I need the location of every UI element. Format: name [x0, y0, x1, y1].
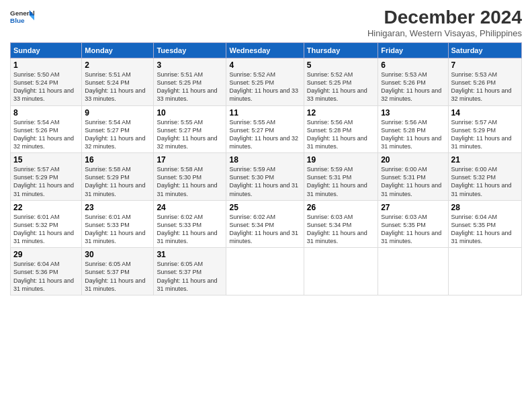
- col-monday: Monday: [82, 43, 154, 58]
- cell-dec25: 25 Sunrise: 6:02 AMSunset: 5:34 PMDaylig…: [226, 200, 304, 248]
- cell-dec16: 16 Sunrise: 5:58 AMSunset: 5:29 PMDaylig…: [82, 153, 154, 201]
- cell-dec21: 21 Sunrise: 6:00 AMSunset: 5:32 PMDaylig…: [448, 153, 521, 201]
- calendar-header-row: Sunday Monday Tuesday Wednesday Thursday…: [11, 43, 522, 58]
- page-container: General Blue December 2024 Hinigaran, We…: [0, 0, 532, 302]
- cell-dec23: 23 Sunrise: 6:01 AMSunset: 5:33 PMDaylig…: [82, 200, 154, 248]
- cell-dec26: 26 Sunrise: 6:03 AMSunset: 5:34 PMDaylig…: [304, 200, 378, 248]
- subtitle: Hinigaran, Western Visayas, Philippines: [367, 28, 522, 38]
- cell-dec6: 6 Sunrise: 5:53 AMSunset: 5:26 PMDayligh…: [378, 58, 448, 106]
- cell-dec1: 1 Sunrise: 5:50 AMSunset: 5:24 PMDayligh…: [11, 58, 82, 106]
- table-row: 8 Sunrise: 5:54 AMSunset: 5:26 PMDayligh…: [11, 105, 522, 153]
- logo-icon: General Blue: [10, 7, 34, 26]
- cell-dec19: 19 Sunrise: 5:59 AMSunset: 5:31 PMDaylig…: [304, 153, 378, 201]
- cell-dec7: 7 Sunrise: 5:53 AMSunset: 5:26 PMDayligh…: [448, 58, 521, 106]
- table-row: 15 Sunrise: 5:57 AMSunset: 5:29 PMDaylig…: [11, 153, 522, 201]
- col-friday: Friday: [378, 43, 448, 58]
- cell-dec30: 30 Sunrise: 6:05 AMSunset: 5:37 PMDaylig…: [82, 248, 154, 295]
- cell-empty-4: [448, 248, 521, 295]
- table-row: 22 Sunrise: 6:01 AMSunset: 5:32 PMDaylig…: [11, 200, 522, 248]
- cell-dec3: 3 Sunrise: 5:51 AMSunset: 5:25 PMDayligh…: [154, 58, 226, 106]
- col-saturday: Saturday: [448, 43, 521, 58]
- cell-dec8: 8 Sunrise: 5:54 AMSunset: 5:26 PMDayligh…: [11, 105, 82, 153]
- col-wednesday: Wednesday: [226, 43, 304, 58]
- calendar-table: Sunday Monday Tuesday Wednesday Thursday…: [10, 42, 522, 295]
- cell-dec17: 17 Sunrise: 5:58 AMSunset: 5:30 PMDaylig…: [154, 153, 226, 201]
- table-row: 29 Sunrise: 6:04 AMSunset: 5:36 PMDaylig…: [11, 248, 522, 295]
- cell-dec22: 22 Sunrise: 6:01 AMSunset: 5:32 PMDaylig…: [11, 200, 82, 248]
- cell-dec20: 20 Sunrise: 6:00 AMSunset: 5:31 PMDaylig…: [378, 153, 448, 201]
- table-row: 1 Sunrise: 5:50 AMSunset: 5:24 PMDayligh…: [11, 58, 522, 106]
- cell-dec9: 9 Sunrise: 5:54 AMSunset: 5:27 PMDayligh…: [82, 105, 154, 153]
- cell-dec14: 14 Sunrise: 5:57 AMSunset: 5:29 PMDaylig…: [448, 105, 521, 153]
- cell-dec15: 15 Sunrise: 5:57 AMSunset: 5:29 PMDaylig…: [11, 153, 82, 201]
- cell-dec10: 10 Sunrise: 5:55 AMSunset: 5:27 PMDaylig…: [154, 105, 226, 153]
- cell-dec28: 28 Sunrise: 6:04 AMSunset: 5:35 PMDaylig…: [448, 200, 521, 248]
- cell-dec4: 4 Sunrise: 5:52 AMSunset: 5:25 PMDayligh…: [226, 58, 304, 106]
- col-sunday: Sunday: [11, 43, 82, 58]
- col-tuesday: Tuesday: [154, 43, 226, 58]
- cell-dec2: 2 Sunrise: 5:51 AMSunset: 5:24 PMDayligh…: [82, 58, 154, 106]
- logo: General Blue: [10, 7, 34, 26]
- cell-dec29: 29 Sunrise: 6:04 AMSunset: 5:36 PMDaylig…: [11, 248, 82, 295]
- cell-dec31: 31 Sunrise: 6:05 AMSunset: 5:37 PMDaylig…: [154, 248, 226, 295]
- cell-dec24: 24 Sunrise: 6:02 AMSunset: 5:33 PMDaylig…: [154, 200, 226, 248]
- cell-empty-1: [226, 248, 304, 295]
- cell-dec13: 13 Sunrise: 5:56 AMSunset: 5:28 PMDaylig…: [378, 105, 448, 153]
- title-area: December 2024 Hinigaran, Western Visayas…: [367, 7, 522, 38]
- svg-text:Blue: Blue: [10, 17, 25, 24]
- cell-dec11: 11 Sunrise: 5:55 AMSunset: 5:27 PMDaylig…: [226, 105, 304, 153]
- col-thursday: Thursday: [304, 43, 378, 58]
- cell-dec12: 12 Sunrise: 5:56 AMSunset: 5:28 PMDaylig…: [304, 105, 378, 153]
- header: General Blue December 2024 Hinigaran, We…: [10, 7, 522, 38]
- cell-dec18: 18 Sunrise: 5:59 AMSunset: 5:30 PMDaylig…: [226, 153, 304, 201]
- cell-empty-3: [378, 248, 448, 295]
- cell-empty-2: [304, 248, 378, 295]
- cell-dec27: 27 Sunrise: 6:03 AMSunset: 5:35 PMDaylig…: [378, 200, 448, 248]
- cell-dec5: 5 Sunrise: 5:52 AMSunset: 5:25 PMDayligh…: [304, 58, 378, 106]
- main-title: December 2024: [367, 7, 522, 28]
- svg-marker-3: [30, 15, 34, 20]
